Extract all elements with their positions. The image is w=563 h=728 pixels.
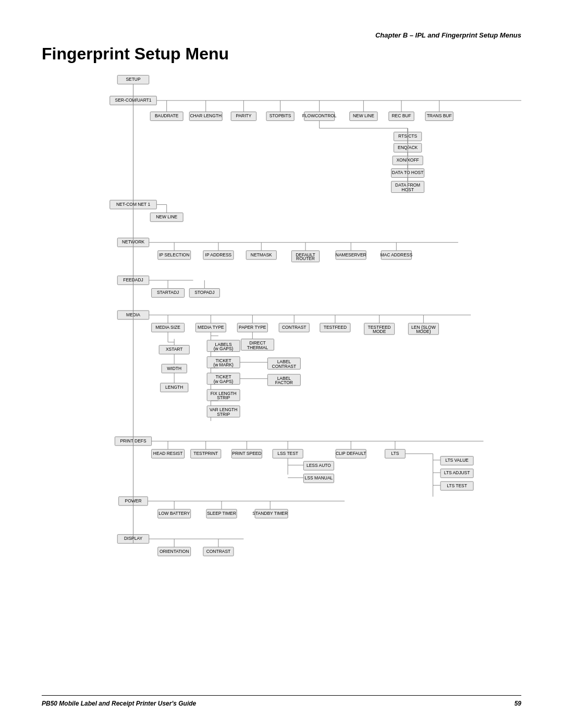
- svg-text:CONTRAST: CONTRAST: [282, 325, 307, 330]
- svg-text:HEAD RESIST: HEAD RESIST: [153, 451, 182, 456]
- chapter-header: Chapter B – IPL and Fingerprint Setup Me…: [42, 31, 521, 39]
- svg-text:PARITY: PARITY: [236, 113, 251, 118]
- svg-text:TESTFEED: TESTFEED: [324, 325, 347, 330]
- svg-text:PAPER TYPE: PAPER TYPE: [239, 325, 266, 330]
- svg-text:TRANS BUF: TRANS BUF: [427, 113, 452, 118]
- svg-text:IP ADDRESS: IP ADDRESS: [205, 252, 232, 257]
- svg-text:LTS VALUE: LTS VALUE: [445, 458, 469, 463]
- svg-text:(w MARK): (w MARK): [213, 362, 234, 367]
- svg-text:ROUTER: ROUTER: [296, 256, 315, 261]
- svg-text:NAMESERVER: NAMESERVER: [336, 252, 366, 257]
- svg-text:ORIENTATION: ORIENTATION: [160, 549, 189, 554]
- svg-text:MODE: MODE: [373, 329, 386, 334]
- svg-text:NEW LINE: NEW LINE: [353, 113, 374, 118]
- svg-text:NETMASK: NETMASK: [251, 252, 272, 257]
- svg-text:LSS TEST: LSS TEST: [277, 451, 298, 456]
- svg-text:SLEEP TIMER: SLEEP TIMER: [207, 511, 236, 516]
- svg-text:STRIP: STRIP: [217, 395, 230, 400]
- svg-text:(w GAPS): (w GAPS): [214, 379, 234, 384]
- svg-text:(w GAPS): (w GAPS): [214, 346, 234, 351]
- svg-text:LENGTH: LENGTH: [165, 385, 183, 390]
- svg-text:MAC ADDRESS: MAC ADDRESS: [380, 252, 412, 257]
- svg-text:REC BUF: REC BUF: [391, 113, 411, 118]
- svg-text:STARTADJ: STARTADJ: [157, 290, 179, 295]
- svg-text:BAUDRATE: BAUDRATE: [155, 113, 179, 118]
- footer-left: PB50 Mobile Label and Receipt Printer Us…: [42, 700, 196, 707]
- svg-text:LTS TEST: LTS TEST: [447, 483, 467, 488]
- svg-text:IP SELECTION: IP SELECTION: [159, 252, 189, 257]
- svg-text:SETUP: SETUP: [126, 77, 141, 82]
- svg-text:STOPBITS: STOPBITS: [270, 113, 291, 118]
- svg-text:LTS ADJUST: LTS ADJUST: [444, 470, 470, 475]
- svg-text:LSS MANUAL: LSS MANUAL: [305, 475, 333, 480]
- svg-text:FACTOR: FACTOR: [275, 380, 293, 385]
- svg-text:TESTPRINT: TESTPRINT: [193, 451, 218, 456]
- svg-text:CHAR LENGTH: CHAR LENGTH: [190, 113, 222, 118]
- svg-text:MEDIA SIZE: MEDIA SIZE: [155, 325, 180, 330]
- svg-text:STOPADJ: STOPADJ: [194, 290, 214, 295]
- footer: PB50 Mobile Label and Receipt Printer Us…: [42, 695, 521, 707]
- svg-text:NEW LINE: NEW LINE: [156, 214, 177, 219]
- tree-diagram: SETUP SER-COM/UART1 BAUDRATE CHAR LENGTH…: [42, 74, 521, 644]
- svg-text:XSTART: XSTART: [166, 347, 183, 352]
- svg-text:WIDTH: WIDTH: [167, 366, 181, 371]
- svg-text:PRINT SPEED: PRINT SPEED: [232, 451, 261, 456]
- svg-text:CONTRAST: CONTRAST: [272, 364, 297, 369]
- svg-text:STRIP: STRIP: [217, 412, 230, 417]
- svg-text:STANDBY TIMER: STANDBY TIMER: [252, 511, 288, 516]
- svg-text:CLIP DEFAULT: CLIP DEFAULT: [336, 451, 366, 456]
- svg-text:CONTRAST: CONTRAST: [206, 549, 231, 554]
- svg-text:LTS: LTS: [391, 451, 399, 456]
- page: Chapter B – IPL and Fingerprint Setup Me…: [0, 0, 563, 728]
- footer-right: 59: [515, 700, 521, 707]
- page-title: Fingerprint Setup Menu: [42, 44, 521, 64]
- svg-text:MEDIA TYPE: MEDIA TYPE: [198, 325, 224, 330]
- svg-text:LESS AUTO: LESS AUTO: [307, 463, 331, 468]
- svg-text:FLOWCONTROL: FLOWCONTROL: [302, 113, 337, 118]
- svg-text:THERMAL: THERMAL: [247, 345, 268, 350]
- svg-text:MODE): MODE): [416, 329, 431, 334]
- svg-text:LOW BATTERY: LOW BATTERY: [158, 511, 190, 516]
